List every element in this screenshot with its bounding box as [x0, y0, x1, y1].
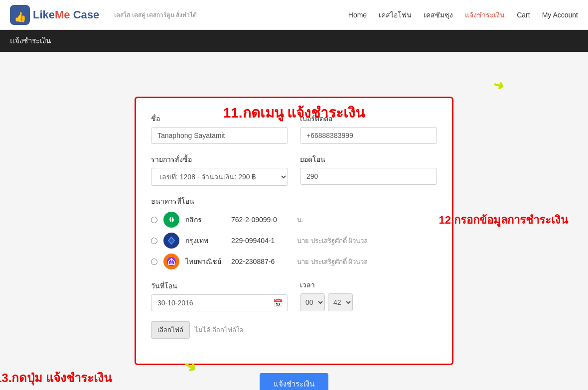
kasikorn-logo — [163, 212, 179, 228]
order-group: รายการสั่งซื้อ เลขที่: 1208 - จำนวนเงิน:… — [151, 154, 288, 186]
kasikorn-name: กสิกร — [185, 214, 225, 225]
bank-section-label: ธนาคารที่โอน — [151, 196, 437, 207]
nav-my-account[interactable]: My Account — [542, 11, 578, 19]
thaipanich-logo — [163, 254, 179, 269]
nav-phone-case[interactable]: เคสไอโฟน — [379, 9, 412, 20]
calendar-icon: 📅 — [273, 298, 283, 308]
svg-text:👍: 👍 — [14, 11, 26, 23]
main-content: 11.กดเมนู แจ้งชำระเงิน ➜ ชื่อ เบอร์ติดต่… — [0, 52, 588, 390]
name-input[interactable] — [151, 127, 288, 144]
kasikorn-owner: น. — [297, 215, 303, 225]
annotation-step11: 11.กดเมนู แจ้งชำระเงิน — [223, 102, 365, 124]
order-select[interactable]: เลขที่: 1208 - จำนวนเงิน: 290 ฿ — [151, 168, 288, 186]
submit-area: 13.กดปุ่ม แจ้งชำระเงิน ➜ แจ้งชำระเงิน — [135, 373, 453, 390]
arrow-nav-icon: ➜ — [491, 77, 506, 95]
thaipanich-name: ไทยพาณิชย์ — [185, 256, 225, 267]
time-minute-select[interactable]: 42 — [328, 293, 353, 311]
thaipanich-account: 202-230887-6 — [231, 258, 291, 265]
page-wrapper: 11.กดเมนู แจ้งชำระเงิน ➜ ชื่อ เบอร์ติดต่… — [10, 97, 578, 390]
page-bar-title: แจ้งชำระเงิน — [10, 36, 51, 45]
date-input[interactable] — [151, 294, 288, 311]
page-bar: แจ้งชำระเงิน — [0, 30, 588, 52]
phone-input[interactable] — [300, 127, 437, 144]
time-selects: 00 42 — [300, 293, 437, 311]
nav-cart[interactable]: Cart — [517, 11, 530, 19]
svg-rect-10 — [170, 262, 173, 264]
bank-radio-thaipanich[interactable] — [151, 259, 157, 265]
kasikorn-account: 762-2-09099-0 — [231, 216, 291, 224]
file-select-button[interactable]: เลือกไฟล์ — [151, 321, 190, 339]
logo: 👍 LikeMe Case — [10, 5, 99, 25]
bank-radio-krungthep[interactable] — [151, 238, 157, 244]
bank-option-thaipanich: ไทยพาณิชย์ 202-230887-6 นาย ประเสริฐศักด… — [151, 254, 437, 269]
main-nav: Home เคสไอโฟน เคสซัมซุง แจ้งชำระเงิน Car… — [348, 9, 578, 20]
submit-button[interactable]: แจ้งชำระเงิน — [260, 373, 328, 390]
amount-group: ยอดโอน — [300, 154, 437, 186]
krungthep-logo — [163, 233, 179, 249]
bank-section: ธนาคารที่โอน กสิกร 762-2-09099-0 น. — [151, 196, 437, 269]
annotation-step12: 12.กรอกข้อมูลการชำระเงิน — [439, 211, 568, 229]
annotation-step13: 13.กดปุ่ม แจ้งชำระเงิน — [0, 368, 112, 388]
time-hour-select[interactable]: 00 — [300, 293, 325, 311]
logo-tagline: เคสใส เคสคู่ เคสการ์ตูน สั่งทำได้ — [114, 10, 197, 19]
date-group: วันที่โอน 📅 — [151, 280, 288, 311]
time-label: เวลา — [300, 279, 437, 290]
amount-label: ยอดโอน — [300, 154, 437, 165]
logo-text: LikeMe Case — [33, 8, 99, 21]
datetime-row: วันที่โอน 📅 เวลา 00 42 — [151, 279, 437, 311]
order-amount-row: รายการสั่งซื้อ เลขที่: 1208 - จำนวนเงิน:… — [151, 154, 437, 186]
file-row: เลือกไฟล์ ไม่ได้เลือกไฟล์ใด — [151, 321, 437, 339]
amount-input[interactable] — [300, 168, 437, 185]
form-card: ชื่อ เบอร์ติดต่อ รายการสั่งซื้อ เลขที่: … — [135, 97, 453, 365]
date-input-wrap: 📅 — [151, 294, 288, 311]
krungthep-owner: นาย ประเสริฐศักดิ์ ผิวนวล — [297, 236, 368, 246]
date-label: วันที่โอน — [151, 280, 288, 291]
bank-option-krungthep: กรุงเทพ 229-099404-1 นาย ประเสริฐศักดิ์ … — [151, 233, 437, 249]
bank-option-kasikorn: กสิกร 762-2-09099-0 น. — [151, 212, 437, 228]
order-label: รายการสั่งซื้อ — [151, 154, 288, 165]
time-group: เวลา 00 42 — [300, 279, 437, 311]
nav-notify-pay[interactable]: แจ้งชำระเงิน — [465, 9, 505, 20]
thaipanich-owner: นาย ประเสริฐศักดิ์ ผิวนวล — [297, 257, 368, 267]
nav-home[interactable]: Home — [348, 11, 367, 19]
krungthep-account: 229-099404-1 — [231, 237, 291, 245]
file-label: ไม่ได้เลือกไฟล์ใด — [195, 325, 243, 335]
header: 👍 LikeMe Case เคสใส เคสคู่ เคสการ์ตูน สั… — [0, 0, 588, 30]
nav-samsung-case[interactable]: เคสซัมซุง — [424, 9, 453, 20]
krungthep-name: กรุงเทพ — [185, 235, 225, 246]
logo-icon: 👍 — [10, 5, 30, 25]
bank-radio-kasikorn[interactable] — [151, 217, 157, 223]
